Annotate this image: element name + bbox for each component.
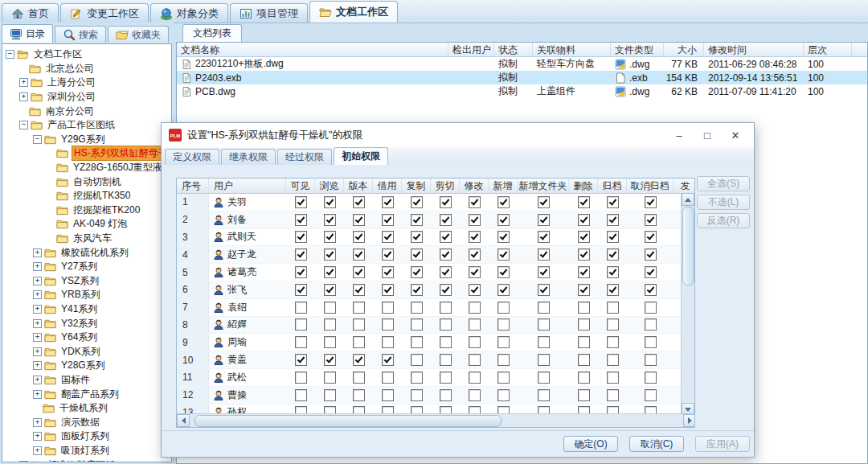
perm-checkbox[interactable] — [353, 354, 365, 366]
tree-node[interactable]: 东风汽车 — [2, 232, 171, 246]
perm-checkbox[interactable] — [411, 231, 423, 243]
perm-checkbox[interactable] — [497, 266, 510, 278]
perm-checkbox[interactable] — [497, 196, 510, 208]
perm-checkbox[interactable] — [497, 372, 510, 384]
perm-checkbox[interactable] — [469, 266, 481, 278]
perm-checkbox[interactable] — [469, 214, 481, 226]
perm-checkbox[interactable] — [353, 284, 365, 296]
perm-checkbox[interactable] — [645, 248, 657, 261]
tree-node[interactable]: +YSZ系列 — [2, 274, 171, 289]
tree-node[interactable]: +Y27系列 — [2, 260, 171, 274]
tree-node[interactable]: 南京分公司 — [2, 104, 171, 118]
perm-checkbox[interactable] — [353, 196, 365, 208]
perm-checkbox[interactable] — [382, 231, 394, 243]
tree-node[interactable]: −文档工作区 — [2, 47, 171, 62]
tree-expander-minus-icon[interactable]: − — [33, 135, 42, 144]
tree-node[interactable]: +翻盖产品系列 — [2, 387, 171, 401]
perm-checkbox[interactable] — [538, 231, 550, 243]
perm-checkbox[interactable] — [578, 336, 590, 348]
perm-checkbox[interactable] — [324, 266, 336, 278]
perm-checkbox[interactable] — [538, 318, 550, 331]
doc-column-header[interactable]: 检出用户 — [448, 43, 494, 56]
perm-checkbox[interactable] — [497, 214, 510, 226]
perm-checkbox[interactable] — [324, 248, 336, 261]
perm-checkbox[interactable] — [411, 284, 423, 296]
perm-checkbox[interactable] — [353, 389, 365, 401]
perm-checkbox[interactable] — [324, 372, 336, 384]
tree-node[interactable]: YZ28G-1650J重型液压 — [2, 161, 171, 175]
perm-checkbox[interactable] — [382, 214, 394, 226]
main-tab-doc-workspace-folder[interactable]: 文档工作区 — [309, 1, 398, 23]
perm-checkbox[interactable] — [440, 318, 452, 331]
vertical-scroll-thumb[interactable] — [682, 207, 694, 285]
perm-checkbox[interactable] — [469, 284, 481, 296]
perm-checkbox[interactable] — [469, 372, 481, 384]
perm-checkbox[interactable] — [353, 231, 365, 243]
perm-checkbox[interactable] — [538, 336, 550, 348]
perm-checkbox[interactable] — [578, 354, 590, 366]
permission-row[interactable]: 3武则天 — [177, 229, 695, 247]
main-tab-home[interactable]: 首页 — [2, 3, 59, 23]
tree-node[interactable]: +YDK系列 — [2, 344, 171, 359]
document-row[interactable]: PCB.dwg拟制上盖组件.dwg62 KB2011-07-09 11:41:2… — [177, 84, 867, 98]
tree-node[interactable]: +Y32系列 — [2, 316, 171, 331]
perm-checkbox[interactable] — [469, 248, 481, 261]
perm-checkbox[interactable] — [411, 214, 423, 226]
perm-checkbox[interactable] — [440, 214, 452, 226]
permission-row[interactable]: 11武松 — [177, 369, 695, 387]
perm-checkbox[interactable] — [324, 354, 336, 366]
perm-checkbox[interactable] — [497, 248, 510, 261]
tree-node[interactable]: +面板灯系列 — [2, 429, 171, 444]
perm-checkbox[interactable] — [382, 284, 394, 296]
permission-row[interactable]: 2刘备 — [177, 211, 695, 229]
perm-checkbox[interactable] — [382, 266, 394, 278]
perm-checkbox[interactable] — [382, 389, 394, 401]
perm-checkbox[interactable] — [382, 318, 394, 331]
perm-checkbox[interactable] — [353, 336, 365, 348]
perm-checkbox[interactable] — [469, 231, 481, 243]
tree-node[interactable]: 干燥机系列 — [2, 401, 171, 416]
perm-checkbox[interactable] — [645, 389, 657, 401]
perm-checkbox[interactable] — [411, 372, 423, 384]
tree-node[interactable]: −产品工作区图纸 — [2, 118, 171, 133]
dialog-tab[interactable]: 定义权限 — [165, 149, 219, 165]
tree-node[interactable]: +Y28G系列 — [2, 359, 171, 373]
tree-expander-minus-icon[interactable]: − — [6, 50, 14, 59]
perm-checkbox[interactable] — [411, 389, 423, 401]
perm-checkbox[interactable] — [324, 336, 336, 348]
perm-checkbox[interactable] — [469, 196, 481, 208]
perm-checkbox[interactable] — [324, 318, 336, 331]
perm-checkbox[interactable] — [382, 196, 394, 208]
perm-checkbox[interactable] — [607, 248, 619, 261]
perm-checkbox[interactable] — [538, 372, 550, 384]
perm-checkbox[interactable] — [353, 214, 365, 226]
scroll-left-icon[interactable] — [177, 414, 190, 427]
perm-checkbox[interactable] — [469, 389, 481, 401]
perm-checkbox[interactable] — [538, 248, 550, 261]
tree-node[interactable]: 北京总公司 — [2, 62, 171, 76]
main-tab-object-classify[interactable]: 对象分类 — [150, 3, 228, 23]
perm-checkbox[interactable] — [295, 354, 307, 366]
perm-checkbox[interactable] — [411, 266, 423, 278]
tree-expander-plus-icon[interactable]: + — [19, 78, 28, 87]
perm-checkbox[interactable] — [578, 231, 590, 243]
perm-checkbox[interactable] — [607, 372, 619, 384]
tree-expander-plus-icon[interactable]: + — [33, 347, 42, 356]
tree-node[interactable]: +Y64系列 — [2, 331, 171, 345]
tree-node[interactable]: +吸顶灯系列 — [2, 444, 171, 458]
doc-column-header[interactable]: 大小 — [664, 43, 704, 56]
perm-checkbox[interactable] — [645, 196, 657, 208]
perm-checkbox[interactable] — [497, 284, 510, 296]
perm-checkbox[interactable] — [440, 284, 452, 296]
perm-checkbox[interactable] — [324, 214, 336, 226]
perm-checkbox[interactable] — [440, 266, 452, 278]
perm-checkbox[interactable] — [382, 302, 394, 314]
perm-checkbox[interactable] — [295, 214, 307, 226]
perm-checkbox[interactable] — [538, 302, 550, 314]
perm-checkbox[interactable] — [295, 372, 307, 384]
perm-checkbox[interactable] — [578, 196, 590, 208]
perm-checkbox[interactable] — [382, 372, 394, 384]
tree-expander-minus-icon[interactable]: − — [19, 121, 28, 129]
tree-node[interactable]: +演示数据 — [2, 415, 171, 429]
perm-checkbox[interactable] — [538, 354, 550, 366]
